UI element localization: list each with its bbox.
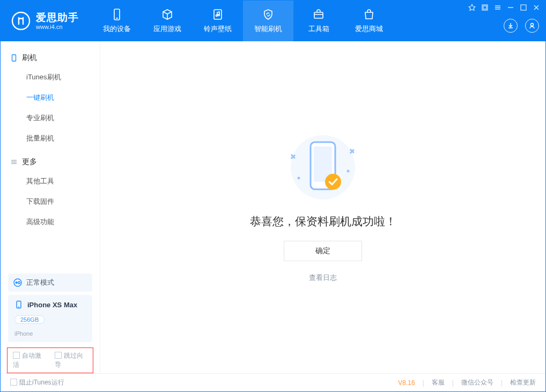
svg-point-14 bbox=[218, 14, 220, 16]
nav-label: 工具箱 bbox=[308, 24, 329, 34]
close-icon[interactable] bbox=[533, 4, 540, 11]
nav-my-device[interactable]: 我的设备 bbox=[92, 1, 142, 41]
nav-label: 铃声壁纸 bbox=[204, 24, 232, 34]
sidebar-group-title: 刷机 bbox=[22, 53, 37, 63]
wechat-link[interactable]: 微信公众号 bbox=[461, 378, 493, 387]
nav-store[interactable]: 爱思商城 bbox=[344, 1, 394, 41]
sidebar-item-batch-flash[interactable]: 批量刷机 bbox=[1, 128, 100, 149]
device-mode-label: 正常模式 bbox=[26, 278, 54, 287]
shield-refresh-icon bbox=[262, 8, 275, 21]
version-label: V8.16 bbox=[398, 379, 415, 387]
user-icon bbox=[528, 22, 536, 29]
svg-rect-15 bbox=[314, 12, 323, 18]
account-button[interactable] bbox=[525, 19, 539, 33]
support-link[interactable]: 客服 bbox=[432, 378, 445, 387]
device-type: iPhone bbox=[14, 330, 33, 337]
brand-text: 爱思助手 www.i4.cn bbox=[36, 12, 79, 30]
sidebar-item-download-fw[interactable]: 下载固件 bbox=[1, 191, 100, 212]
sidebar-item-itunes-flash[interactable]: iTunes刷机 bbox=[1, 67, 100, 87]
sidebar-item-advanced[interactable]: 高级功能 bbox=[1, 212, 100, 232]
nav-label: 我的设备 bbox=[103, 24, 131, 34]
sidebar: 刷机 iTunes刷机 一键刷机 专业刷机 批量刷机 更多 其他工具 下载固件 … bbox=[1, 41, 100, 373]
nav-ringtones[interactable]: 铃声壁纸 bbox=[193, 1, 243, 41]
minimize-icon[interactable] bbox=[507, 4, 514, 11]
device-name: iPhone XS Max bbox=[27, 301, 77, 309]
nav-toolbox[interactable]: 工具箱 bbox=[293, 1, 344, 41]
svg-point-29 bbox=[325, 174, 341, 190]
nav-label: 应用游戏 bbox=[153, 24, 181, 34]
svg-point-9 bbox=[12, 12, 29, 29]
phone-small-icon bbox=[10, 54, 18, 62]
titlebar: 爱思助手 www.i4.cn 我的设备 应用游戏 铃声壁纸 智能刷机 工具箱 爱… bbox=[1, 1, 545, 41]
sidebar-item-other-tools[interactable]: 其他工具 bbox=[1, 171, 100, 191]
svg-point-16 bbox=[531, 24, 534, 26]
content-pane: 恭喜您，保资料刷机成功啦！ 确定 查看日志 bbox=[100, 41, 545, 373]
device-capacity: 256GB bbox=[14, 315, 45, 324]
svg-point-23 bbox=[18, 282, 20, 284]
svg-point-13 bbox=[216, 15, 218, 17]
svg-point-34 bbox=[298, 176, 300, 179]
flash-options-row: 自动激活 跳过向导 bbox=[7, 347, 93, 373]
nav-label: 爱思商城 bbox=[355, 24, 383, 34]
success-message: 恭喜您，保资料刷机成功啦！ bbox=[250, 214, 396, 229]
success-illustration bbox=[272, 132, 374, 202]
store-icon bbox=[363, 8, 375, 21]
auto-activate-checkbox[interactable]: 自动激活 bbox=[13, 351, 46, 369]
device-icon bbox=[14, 300, 23, 309]
cube-icon bbox=[161, 8, 174, 21]
sidebar-group-title: 更多 bbox=[22, 157, 37, 167]
block-itunes-checkbox[interactable]: 阻止iTunes运行 bbox=[10, 378, 64, 387]
svg-point-35 bbox=[347, 169, 350, 172]
download-icon bbox=[507, 22, 514, 29]
device-area: 正常模式 iPhone XS Max 256GB iPhone 自动激活 跳过向… bbox=[1, 270, 100, 373]
device-mode-box[interactable]: 正常模式 bbox=[8, 273, 92, 292]
menu-icon[interactable] bbox=[494, 4, 501, 11]
header-right bbox=[504, 9, 539, 33]
download-button[interactable] bbox=[504, 19, 518, 33]
sidebar-group-flash: 刷机 bbox=[1, 49, 100, 67]
list-icon bbox=[10, 158, 18, 166]
svg-rect-1 bbox=[483, 6, 486, 9]
statusbar: 阻止iTunes运行 V8.16 | 客服 | 微信公众号 | 检查更新 bbox=[1, 373, 545, 391]
window-controls bbox=[468, 4, 540, 11]
music-icon bbox=[211, 8, 224, 21]
nav-smart-flash[interactable]: 智能刷机 bbox=[243, 1, 293, 41]
svg-point-22 bbox=[16, 282, 18, 284]
ok-button[interactable]: 确定 bbox=[284, 241, 362, 261]
svg-rect-6 bbox=[521, 5, 526, 10]
normal-mode-icon bbox=[13, 278, 22, 287]
brand-name: 爱思助手 bbox=[36, 12, 79, 24]
theme-icon[interactable] bbox=[468, 4, 476, 11]
logo-icon bbox=[11, 11, 31, 31]
brand-url: www.i4.cn bbox=[36, 24, 79, 31]
phone-icon bbox=[110, 8, 123, 21]
top-nav: 我的设备 应用游戏 铃声壁纸 智能刷机 工具箱 爱思商城 bbox=[92, 1, 394, 41]
view-log-link[interactable]: 查看日志 bbox=[309, 273, 337, 283]
skin-icon[interactable] bbox=[481, 4, 489, 11]
sidebar-item-pro-flash[interactable]: 专业刷机 bbox=[1, 108, 100, 128]
nav-label: 智能刷机 bbox=[254, 24, 282, 34]
skip-guide-checkbox[interactable]: 跳过向导 bbox=[55, 351, 88, 369]
maximize-icon[interactable] bbox=[520, 4, 527, 11]
device-info-box[interactable]: iPhone XS Max 256GB iPhone bbox=[8, 295, 92, 342]
sidebar-group-more: 更多 bbox=[1, 153, 100, 171]
toolbox-icon bbox=[312, 8, 325, 21]
check-update-link[interactable]: 检查更新 bbox=[510, 378, 536, 387]
nav-apps[interactable]: 应用游戏 bbox=[142, 1, 193, 41]
svg-rect-17 bbox=[12, 55, 16, 61]
sidebar-item-oneclick-flash[interactable]: 一键刷机 bbox=[1, 87, 100, 108]
brand-logo[interactable]: 爱思助手 www.i4.cn bbox=[11, 11, 79, 31]
body: 刷机 iTunes刷机 一键刷机 专业刷机 批量刷机 更多 其他工具 下载固件 … bbox=[1, 41, 545, 373]
